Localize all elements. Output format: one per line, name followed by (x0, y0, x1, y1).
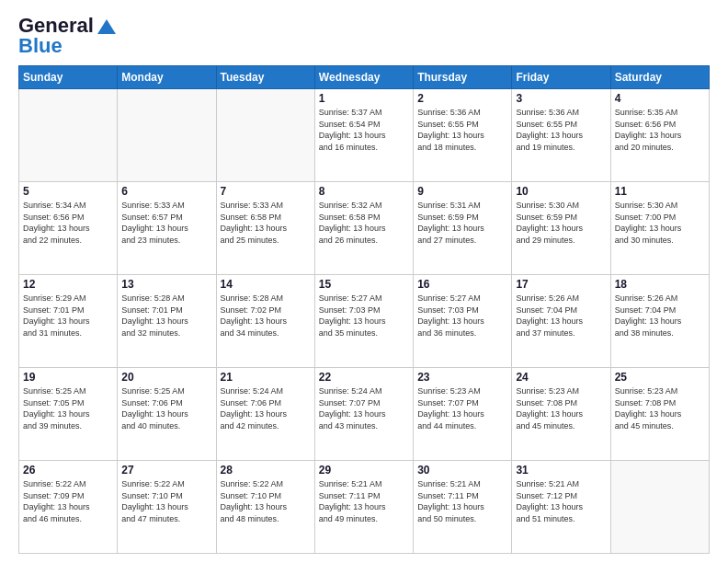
day-number: 13 (121, 278, 211, 291)
day-info: Sunrise: 5:25 AM Sunset: 7:05 PM Dayligh… (23, 385, 113, 431)
day-info: Sunrise: 5:32 AM Sunset: 6:58 PM Dayligh… (319, 200, 409, 246)
day-info: Sunrise: 5:23 AM Sunset: 7:07 PM Dayligh… (417, 385, 507, 431)
day-info: Sunrise: 5:22 AM Sunset: 7:10 PM Dayligh… (221, 478, 311, 524)
header: General Blue (18, 14, 710, 58)
logo-blue: Blue (18, 34, 63, 58)
calendar-cell: 4Sunrise: 5:35 AM Sunset: 6:56 PM Daylig… (610, 89, 709, 182)
calendar-week-3: 12Sunrise: 5:29 AM Sunset: 7:01 PM Dayli… (19, 275, 710, 368)
day-number: 26 (23, 464, 113, 477)
calendar-cell: 26Sunrise: 5:22 AM Sunset: 7:09 PM Dayli… (19, 461, 118, 554)
logo-icon (97, 19, 116, 34)
day-number: 2 (417, 92, 507, 105)
day-number: 8 (319, 185, 409, 198)
calendar-cell: 21Sunrise: 5:24 AM Sunset: 7:06 PM Dayli… (216, 368, 314, 461)
calendar-cell: 20Sunrise: 5:25 AM Sunset: 7:06 PM Dayli… (118, 368, 216, 461)
day-number: 25 (615, 371, 705, 384)
day-info: Sunrise: 5:30 AM Sunset: 7:00 PM Dayligh… (615, 200, 705, 246)
calendar-cell: 27Sunrise: 5:22 AM Sunset: 7:10 PM Dayli… (118, 461, 216, 554)
calendar-cell: 19Sunrise: 5:25 AM Sunset: 7:05 PM Dayli… (19, 368, 118, 461)
day-info: Sunrise: 5:30 AM Sunset: 6:59 PM Dayligh… (516, 200, 606, 246)
calendar-cell: 29Sunrise: 5:21 AM Sunset: 7:11 PM Dayli… (314, 461, 413, 554)
day-number: 4 (615, 92, 705, 105)
day-info: Sunrise: 5:34 AM Sunset: 6:56 PM Dayligh… (23, 200, 113, 246)
day-number: 14 (221, 278, 311, 291)
calendar-cell: 22Sunrise: 5:24 AM Sunset: 7:07 PM Dayli… (314, 368, 413, 461)
calendar-week-5: 26Sunrise: 5:22 AM Sunset: 7:09 PM Dayli… (19, 461, 710, 554)
day-number: 23 (417, 371, 507, 384)
day-number: 29 (319, 464, 409, 477)
day-number: 9 (417, 185, 507, 198)
calendar-cell (610, 461, 709, 554)
calendar-cell: 23Sunrise: 5:23 AM Sunset: 7:07 PM Dayli… (414, 368, 512, 461)
day-number: 30 (417, 464, 507, 477)
day-number: 27 (121, 464, 211, 477)
calendar-cell: 25Sunrise: 5:23 AM Sunset: 7:08 PM Dayli… (610, 368, 709, 461)
day-number: 19 (23, 371, 113, 384)
calendar-cell: 12Sunrise: 5:29 AM Sunset: 7:01 PM Dayli… (19, 275, 118, 368)
day-info: Sunrise: 5:21 AM Sunset: 7:11 PM Dayligh… (417, 478, 507, 524)
calendar-cell: 8Sunrise: 5:32 AM Sunset: 6:58 PM Daylig… (314, 182, 413, 275)
calendar-header-row: SundayMondayTuesdayWednesdayThursdayFrid… (19, 66, 710, 89)
calendar-header-friday: Friday (512, 66, 610, 89)
calendar-cell: 2Sunrise: 5:36 AM Sunset: 6:55 PM Daylig… (414, 89, 512, 182)
calendar-cell: 9Sunrise: 5:31 AM Sunset: 6:59 PM Daylig… (414, 182, 512, 275)
day-info: Sunrise: 5:33 AM Sunset: 6:58 PM Dayligh… (221, 200, 311, 246)
calendar-cell: 13Sunrise: 5:28 AM Sunset: 7:01 PM Dayli… (118, 275, 216, 368)
day-info: Sunrise: 5:23 AM Sunset: 7:08 PM Dayligh… (516, 385, 606, 431)
day-info: Sunrise: 5:22 AM Sunset: 7:09 PM Dayligh… (23, 478, 113, 524)
day-info: Sunrise: 5:24 AM Sunset: 7:06 PM Dayligh… (221, 385, 311, 431)
day-info: Sunrise: 5:35 AM Sunset: 6:56 PM Dayligh… (615, 107, 705, 153)
day-info: Sunrise: 5:28 AM Sunset: 7:02 PM Dayligh… (221, 293, 311, 339)
svg-marker-0 (97, 19, 116, 34)
calendar-header-sunday: Sunday (19, 66, 118, 89)
calendar-cell (19, 89, 118, 182)
calendar-cell: 6Sunrise: 5:33 AM Sunset: 6:57 PM Daylig… (118, 182, 216, 275)
day-number: 16 (417, 278, 507, 291)
day-number: 15 (319, 278, 409, 291)
calendar-header-tuesday: Tuesday (216, 66, 314, 89)
day-info: Sunrise: 5:37 AM Sunset: 6:54 PM Dayligh… (319, 107, 409, 153)
day-number: 10 (516, 185, 606, 198)
day-info: Sunrise: 5:36 AM Sunset: 6:55 PM Dayligh… (516, 107, 606, 153)
calendar-cell: 3Sunrise: 5:36 AM Sunset: 6:55 PM Daylig… (512, 89, 610, 182)
logo: General Blue (18, 14, 116, 58)
day-number: 21 (221, 371, 311, 384)
day-number: 7 (221, 185, 311, 198)
day-number: 12 (23, 278, 113, 291)
calendar-cell (216, 89, 314, 182)
calendar-cell: 10Sunrise: 5:30 AM Sunset: 6:59 PM Dayli… (512, 182, 610, 275)
calendar-cell: 1Sunrise: 5:37 AM Sunset: 6:54 PM Daylig… (314, 89, 413, 182)
day-number: 17 (516, 278, 606, 291)
calendar-cell: 15Sunrise: 5:27 AM Sunset: 7:03 PM Dayli… (314, 275, 413, 368)
day-number: 20 (121, 371, 211, 384)
day-number: 31 (516, 464, 606, 477)
day-number: 22 (319, 371, 409, 384)
page: General Blue SundayMondayTuesdayWednesda… (0, 0, 728, 563)
calendar-cell: 17Sunrise: 5:26 AM Sunset: 7:04 PM Dayli… (512, 275, 610, 368)
day-info: Sunrise: 5:36 AM Sunset: 6:55 PM Dayligh… (417, 107, 507, 153)
calendar-cell: 5Sunrise: 5:34 AM Sunset: 6:56 PM Daylig… (19, 182, 118, 275)
calendar-cell: 11Sunrise: 5:30 AM Sunset: 7:00 PM Dayli… (610, 182, 709, 275)
day-number: 28 (221, 464, 311, 477)
day-info: Sunrise: 5:28 AM Sunset: 7:01 PM Dayligh… (121, 293, 211, 339)
calendar-header-wednesday: Wednesday (314, 66, 413, 89)
day-info: Sunrise: 5:24 AM Sunset: 7:07 PM Dayligh… (319, 385, 409, 431)
calendar-cell: 14Sunrise: 5:28 AM Sunset: 7:02 PM Dayli… (216, 275, 314, 368)
day-number: 6 (121, 185, 211, 198)
calendar-week-4: 19Sunrise: 5:25 AM Sunset: 7:05 PM Dayli… (19, 368, 710, 461)
day-info: Sunrise: 5:27 AM Sunset: 7:03 PM Dayligh… (417, 293, 507, 339)
day-number: 11 (615, 185, 705, 198)
calendar-cell: 18Sunrise: 5:26 AM Sunset: 7:04 PM Dayli… (610, 275, 709, 368)
calendar-table: SundayMondayTuesdayWednesdayThursdayFrid… (18, 65, 710, 554)
calendar-cell: 31Sunrise: 5:21 AM Sunset: 7:12 PM Dayli… (512, 461, 610, 554)
day-info: Sunrise: 5:22 AM Sunset: 7:10 PM Dayligh… (121, 478, 211, 524)
day-info: Sunrise: 5:33 AM Sunset: 6:57 PM Dayligh… (121, 200, 211, 246)
calendar-cell (118, 89, 216, 182)
day-number: 24 (516, 371, 606, 384)
calendar-cell: 30Sunrise: 5:21 AM Sunset: 7:11 PM Dayli… (414, 461, 512, 554)
day-info: Sunrise: 5:29 AM Sunset: 7:01 PM Dayligh… (23, 293, 113, 339)
calendar-header-saturday: Saturday (610, 66, 709, 89)
day-info: Sunrise: 5:27 AM Sunset: 7:03 PM Dayligh… (319, 293, 409, 339)
day-info: Sunrise: 5:31 AM Sunset: 6:59 PM Dayligh… (417, 200, 507, 246)
day-info: Sunrise: 5:25 AM Sunset: 7:06 PM Dayligh… (121, 385, 211, 431)
